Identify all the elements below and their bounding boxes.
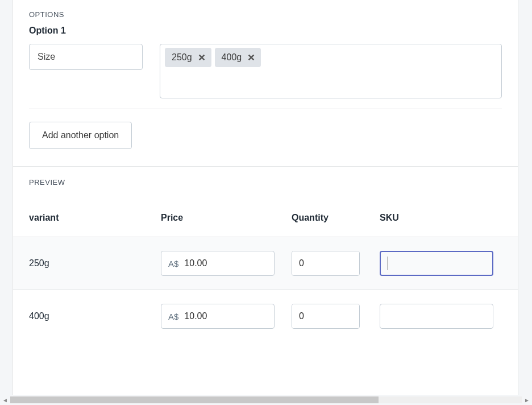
sku-input[interactable] — [380, 251, 493, 276]
preview-heading: PREVIEW — [13, 178, 518, 187]
option-values-input[interactable]: 250g400g — [160, 44, 502, 98]
currency-prefix: A$ — [168, 259, 178, 268]
tag-label: 250g — [172, 52, 192, 63]
variants-panel: OPTIONS Option 1 250g400g Add another op… — [13, 0, 518, 405]
close-icon[interactable] — [197, 52, 207, 63]
column-header-price: Price — [161, 213, 292, 223]
divider — [13, 166, 518, 167]
scroll-right-arrow-icon[interactable]: ► — [522, 395, 532, 405]
quantity-field[interactable] — [292, 304, 360, 328]
variant-row: 400gA$ — [13, 290, 518, 342]
divider — [29, 109, 502, 109]
options-heading: OPTIONS — [29, 10, 502, 19]
price-value-field[interactable] — [184, 311, 298, 321]
horizontal-scrollbar[interactable]: ◄ ► — [0, 395, 532, 405]
scrollbar-track[interactable] — [10, 396, 522, 403]
tag-label: 400g — [222, 52, 242, 63]
quantity-stepper[interactable] — [292, 304, 360, 329]
price-value-field[interactable] — [184, 258, 298, 268]
add-another-option-button[interactable]: Add another option — [29, 122, 132, 149]
scroll-container: OPTIONS Option 1 250g400g Add another op… — [0, 0, 532, 405]
variant-row: 250gA$ — [13, 237, 518, 290]
quantity-stepper[interactable] — [292, 251, 360, 276]
preview-column-headers: variant Price Quantity SKU — [13, 213, 518, 237]
scrollbar-thumb[interactable] — [10, 396, 379, 403]
option-1-title: Option 1 — [29, 26, 502, 36]
price-input[interactable]: A$ — [161, 251, 275, 276]
option-name-input[interactable] — [29, 44, 143, 70]
option-value-tag: 400g — [215, 48, 261, 67]
variant-name: 400g — [29, 311, 161, 321]
column-header-variant: variant — [29, 213, 161, 223]
close-icon[interactable] — [246, 52, 256, 63]
option-1-row: 250g400g — [29, 44, 502, 98]
sku-input[interactable] — [380, 304, 493, 329]
scroll-left-arrow-icon[interactable]: ◄ — [0, 395, 10, 405]
quantity-field[interactable] — [292, 251, 360, 275]
option-value-tag: 250g — [165, 48, 211, 67]
column-header-sku: SKU — [380, 213, 502, 223]
column-header-quantity: Quantity — [292, 213, 380, 223]
price-input[interactable]: A$ — [161, 304, 275, 329]
variant-name: 250g — [29, 258, 161, 268]
text-cursor — [388, 257, 388, 270]
currency-prefix: A$ — [168, 312, 178, 321]
